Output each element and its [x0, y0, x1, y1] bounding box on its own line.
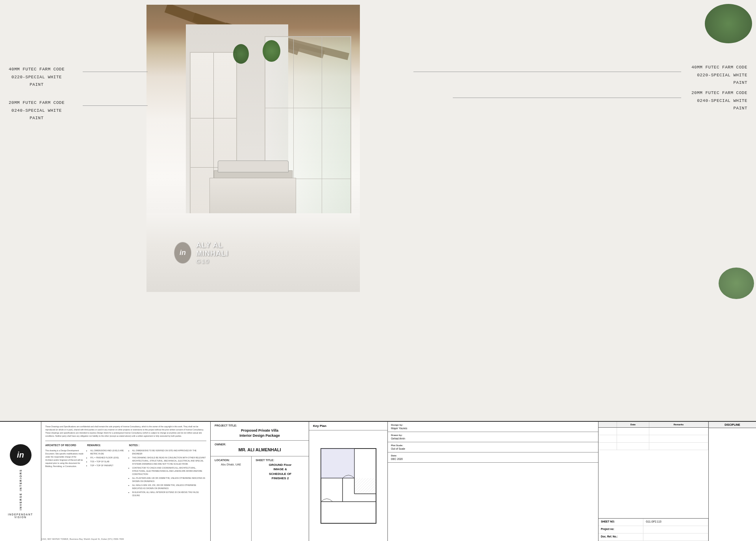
project-title-value: Proposed Private Villa Interior Design P… [215, 428, 305, 438]
note-item-3: CONTRACTOR TO CHECK AND COORDINATE ALL A… [132, 466, 207, 476]
drawn-by-label: Drawn by: [391, 434, 595, 436]
architect-col: Architect of Record This drawing is a De… [45, 443, 84, 498]
plot-scale-row: Plot Scale: Out of Scale [388, 442, 598, 452]
rev-header-num [598, 422, 617, 427]
leader-line-left-bottom-2 [83, 105, 148, 106]
architectural-image: in ALY AL MINHALI G10 [146, 5, 360, 292]
leader-line-left-top-2 [83, 72, 148, 72]
doc-ref-row: Doc. Ref. No.: [598, 534, 708, 541]
annotation-right-top: 40MM FUTEC FARM CODE 0220-SPECIAL WHITE … [691, 63, 747, 86]
note-item-5: ALL WALLS ARE 100, 150, 200 OR 300MM THK… [132, 484, 207, 490]
design-by-value: Mayer Younes [391, 427, 595, 430]
revisions-header: Date Remarks [598, 422, 708, 428]
description-block: These Drawings and Specifications are co… [41, 422, 211, 541]
rev-data-2-remarks [649, 435, 708, 442]
doc-ref-label: Doc. Ref. No.: [598, 534, 643, 541]
project-title-label: Project Title: [215, 424, 305, 427]
project-info-section: Project Title: Proposed Private Villa In… [211, 422, 309, 541]
remarks-title: REMARKS: [87, 443, 126, 447]
project-code-watermark: G10 [196, 258, 245, 264]
architect-section: Architect of Record This drawing is a De… [45, 441, 206, 498]
rev-data-2-num [598, 435, 617, 442]
design-by-cell: Design by: Mayer Younes [388, 422, 598, 432]
plot-scale-label: Plot Scale: [391, 444, 595, 447]
doc-ref-value [643, 534, 708, 541]
discipline-section: DISCIPLINE [709, 422, 756, 541]
leader-line-right-top [413, 72, 681, 72]
annotation-left-bottom: 20MM FUTEC FARM CODE 0240-SPECIAL WHITE … [9, 98, 65, 122]
owner-label: Owner: [215, 443, 305, 446]
location-label: Location: [215, 459, 247, 462]
discipline-content [709, 428, 756, 541]
key-plan-section: Key Plan [309, 422, 388, 541]
revisions-table: Date Remarks SHEET NO: G11.GF2.113 Proje… [598, 422, 709, 541]
rev-data-3-remarks [649, 443, 708, 450]
rev-row-1 [598, 428, 708, 435]
sheet-no-row: SHEET NO: G11.GF2.113 [598, 518, 708, 526]
architect-title: Architect of Record [45, 443, 84, 447]
company-logo-circle: in [10, 444, 32, 466]
annotation-left-bottom-text: 20MM FUTEC FARM CODE 0240-SPECIAL WHITE … [9, 100, 65, 120]
title-block: in INVERSE INTERIORS INDEPENDANT VISION … [0, 421, 756, 541]
logo-circle: in [174, 242, 191, 264]
rev-data-3-date [617, 443, 649, 450]
project-title-field: Project Title: Proposed Private Villa In… [211, 422, 309, 441]
rev-data-1-num [598, 428, 617, 435]
key-plan-label: Key Plan [309, 422, 387, 430]
sheet-title-label: Sheet Title: [256, 459, 305, 462]
rev-data-3-num [598, 443, 617, 450]
sheet-no-value: G11.GF2.113 [643, 519, 708, 526]
annotation-right-bottom-text: 20MM FUTEC FARM CODE 0240-SPECIAL WHITE … [691, 90, 747, 111]
location-value: Abu Dhabi, UAE [215, 463, 247, 467]
project-no-row: Project no: [598, 526, 708, 534]
design-drawn-row: Design by: Mayer Younes [388, 422, 598, 432]
date-row: Date: DEC 2020 [388, 452, 598, 463]
company-name: INVERSE INTERIORS [19, 469, 22, 510]
owner-value: MR. ALI ALMENHALI [215, 447, 305, 453]
discipline-header: DISCIPLINE [709, 422, 756, 428]
drawn-by-row: Drawn by: Gehad Amin [388, 432, 598, 442]
key-plan-content [309, 430, 387, 541]
drawn-by-cell: Drawn by: Gehad Amin [388, 432, 598, 442]
corner-plant-top-right [705, 4, 752, 43]
mini-floor-plan [319, 447, 378, 525]
drawn-by-value: Gehad Amin [391, 437, 595, 440]
owner-field: Owner: MR. ALI ALMENHALI [211, 441, 309, 456]
legal-text: These Drawings and Specifications are co… [45, 425, 206, 438]
plot-scale-cell: Plot Scale: Out of Scale [388, 442, 598, 452]
remark-item-2: FFL = FINISHED FLOOR LEVEL [90, 456, 126, 459]
remark-item-3: TOS = TOP OF SLAB [90, 460, 126, 463]
project-no-value [643, 526, 708, 533]
remarks-body: ALL DIMENSIONS AND LEVELS ARE METRIC IN … [87, 449, 126, 467]
remark-item-1: ALL DIMENSIONS AND LEVELS ARE METRIC IN … [90, 449, 126, 455]
hanging-plant-center [263, 40, 280, 62]
corner-plant-bottom-right [719, 268, 754, 299]
logo-watermark: in ALY AL MINHALI G10 [174, 237, 245, 268]
address-footer: 1310, BAY WATER TOWER, Business Bay Shei… [41, 538, 124, 540]
location-sheettitle-row: Location: Abu Dhabi, UAE Sheet Title: GR… [211, 456, 309, 541]
project-name-watermark: ALY AL MINHALI [196, 241, 245, 258]
date-label: Date: [391, 454, 595, 457]
sheet-no-label: SHEET NO: [598, 519, 643, 526]
annotation-right-bottom: 20MM FUTEC FARM CODE 0240-SPECIAL WHITE … [691, 89, 747, 112]
architect-body: This drawing is a Design Development Doc… [45, 449, 84, 468]
location-field: Location: Abu Dhabi, UAE [211, 456, 252, 541]
rev-row-2 [598, 435, 708, 443]
annotation-right-top-text: 40MM FUTEC FARM CODE 0220-SPECIAL WHITE … [691, 65, 747, 85]
company-logo-sidebar: in INVERSE INTERIORS INDEPENDANT VISION [0, 422, 41, 541]
date-cell: Date: DEC 2020 [388, 452, 598, 462]
hanging-plant-left [233, 44, 249, 64]
notes-body: ALL DIMENSIONS TO BE VERIFIED ON SITE AN… [129, 449, 207, 497]
company-tagline: INDEPENDANT VISION [2, 513, 39, 519]
note-item-2: THIS DRAWING SHOULD BE READ IN CONJUNCTI… [132, 456, 207, 465]
notes-col: NOTES : ALL DIMENSIONS TO BE VERIFIED ON… [129, 443, 207, 498]
project-no-label: Project no: [598, 526, 643, 533]
note-item-4: ALL PLASTERS ARE 130 OR 200MM THK, UNLES… [132, 476, 207, 483]
svg-rect-8 [354, 478, 376, 494]
remark-item-4: TOP = TOP OF PARAPET [90, 464, 126, 467]
rev-data-1-date [617, 428, 649, 435]
annotation-left-top-text: 40MM FUTEC FARM CODE 0220-SPECIAL WHITE … [9, 67, 65, 87]
rev-header-remarks: Remarks [649, 422, 708, 427]
sheet-title-value: GROUND Floor IMAGE & SCHEDULE OF FINISHE… [256, 463, 305, 480]
sheet-title-field: Sheet Title: GROUND Floor IMAGE & SCHEDU… [252, 456, 309, 541]
